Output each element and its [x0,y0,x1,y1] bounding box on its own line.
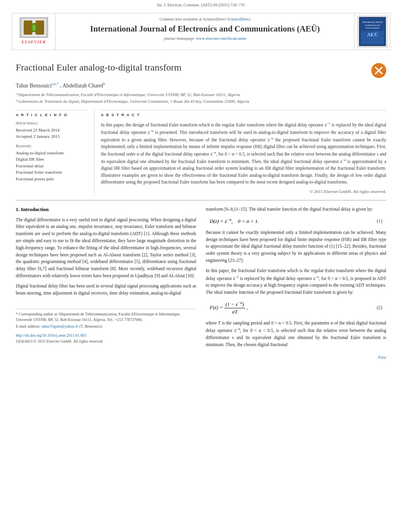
journal-title: International Journal of Electronics and… [60,24,350,34]
authors-line: Tahar Bensouicia,b,* , Abdelfatah Charef… [16,82,386,90]
equation-2-number: (2) [377,304,382,311]
crossmark-badge [371,63,386,78]
doi-bar: Int. J. Electron. Commun. (AEÜ) 69 (2015… [0,0,402,10]
keyword-2: Digital IIR filter [16,156,88,162]
abstract-heading: A B S T R A C T [101,110,386,117]
right-paragraph3: In this paper, the fractional Euler tran… [206,267,386,296]
svg-point-4 [32,24,35,31]
right-paragraph4: where T is the sampling period and 0 < α… [206,320,386,348]
article-title: Fractional Euler analog-to-digital trans… [16,61,367,74]
received-date: Received 23 March 2014 [16,127,88,133]
journal-homepage: journal homepage: www.elsevier.com/locat… [60,36,350,42]
elsevier-logo-image [20,17,48,38]
svg-text:Communications: Communications [365,27,380,29]
journal-header-right: International Journal of Electronics and… [354,13,390,50]
svg-text:of Electronics and: of Electronics and [365,24,380,26]
body-right-column: transform [6–8,11–15]. The ideal transfe… [206,206,386,359]
journal-header: ELSEVIER Contents lists available at Sci… [12,13,390,50]
equation-2: F(z) = (1 − z−α) αT , (2) [206,300,386,316]
sciencedirect-link[interactable]: ScienceDirect [227,17,250,21]
equation-1: D(z) = z−α, 0 < α < 1. (1) [206,217,386,225]
keyword-4: Fractional Euler transform [16,169,88,175]
section1-paragraph2: Digital fractional delay filter has been… [16,283,196,297]
equation-1-number: (1) [377,218,382,224]
section1-paragraph1: The digital differentiator is a very use… [16,217,196,280]
footnote-section: * Corresponding author at: Département d… [16,309,196,345]
copyright: © 2015 Elsevier GmbH. All rights reserve… [101,189,386,195]
pagination-bar: First [206,352,386,360]
elsevier-logo: ELSEVIER [20,17,48,45]
abstract-text: In this paper, the design of fractional … [101,121,386,185]
homepage-link[interactable]: www.elsevier.com/locate/aeue [196,36,246,41]
main-content: Fractional Euler analog-to-digital trans… [0,50,402,367]
corresponding-author-footnote: * Corresponding author at: Département d… [16,311,196,323]
body-left-column: 1. Introduction The digital differentiat… [16,206,196,359]
right-paragraph2: Because it cannot be exactly implemented… [206,229,386,264]
article-info-heading: A R T I C L E I N F O [16,110,88,117]
affiliations: ᵃ Département de Télécommunication, Facu… [16,92,386,104]
coauthor: , Abdelfatah Charefb [60,83,105,89]
keyword-3: Fractional delay [16,163,88,169]
sciencedirect-label: Contents lists available at ScienceDirec… [60,17,350,22]
right-paragraph1: transform [6–8,11–15]. The ideal transfe… [206,206,386,213]
equation-2-content: F(z) = (1 − z−α) αT , [210,300,248,316]
issn-text: 1434-8411/© 2015 Elsevier GmbH. All righ… [16,339,196,344]
equation-1-content: D(z) = z−α, 0 < α < 1. [210,217,259,225]
body-content: 1. Introduction The digital differentiat… [16,206,386,359]
elsevier-text: ELSEVIER [22,39,46,45]
first-page-button[interactable]: First [378,355,386,360]
journal-cover-thumbnail: International Journal of Electronics and… [357,16,387,47]
doi-link[interactable]: http://dx.doi.org/10.1016/j.aeue.2015.01… [16,333,86,337]
keyword-5: Fractional power pole [16,176,88,182]
history-label: Article history: [16,121,88,126]
accepted-date: Accepted 2 January 2015 [16,133,88,139]
info-abstract-section: A R T I C L E I N F O Article history: R… [16,110,386,195]
email-link[interactable]: tahar33gsm@yahoo.fr [41,324,78,328]
journal-header-center: Contents lists available at ScienceDirec… [56,13,354,50]
svg-text:AEÜ: AEÜ [367,32,378,37]
doi-text: Int. J. Electron. Commun. (AEÜ) 69 (2015… [157,3,245,7]
first-author: Tahar Bensouicia,b,* [16,83,60,89]
affiliation-b: ᵇ Laboratoire de Traitement du Signal, D… [16,99,386,105]
page: Int. J. Electron. Commun. (AEÜ) 69 (2015… [0,0,402,532]
section1-heading: 1. Introduction [16,206,196,213]
affiliation-a: ᵃ Département de Télécommunication, Facu… [16,92,386,98]
keywords-label: Keywords: [16,144,88,149]
abstract-section: A B S T R A C T In this paper, the desig… [101,110,386,195]
keyword-1: Analog-to-digital transform [16,150,88,156]
email-footnote: E-mail address: tahar33gsm@yahoo.fr (T. … [16,324,196,330]
journal-header-left: ELSEVIER [12,13,56,50]
article-title-section: Fractional Euler analog-to-digital trans… [16,61,386,78]
keywords-list: Analog-to-digital transform Digital IIR … [16,150,88,182]
svg-text:International Journal: International Journal [362,21,382,23]
section-divider [16,200,386,200]
article-info: A R T I C L E I N F O Article history: R… [16,110,95,195]
